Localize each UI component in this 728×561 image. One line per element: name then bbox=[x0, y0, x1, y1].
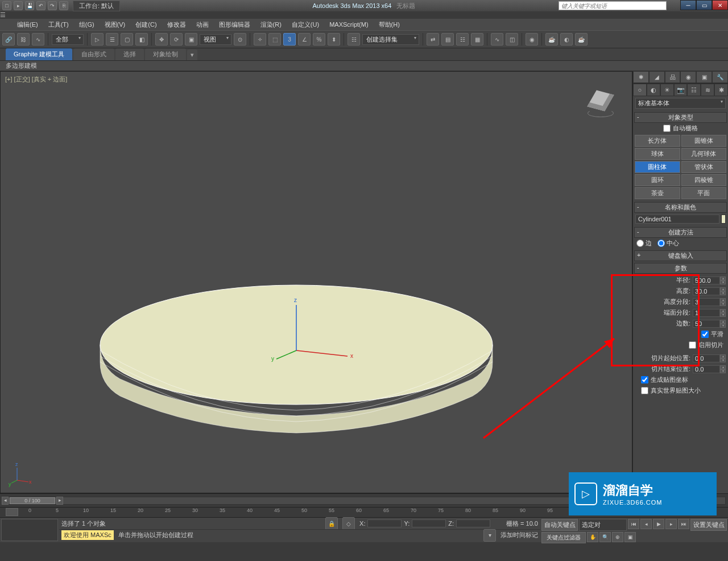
schematic-icon[interactable]: ◫ bbox=[506, 33, 518, 46]
bind-tool-icon[interactable]: ∿ bbox=[32, 33, 44, 46]
maximize-button[interactable]: ▭ bbox=[696, 0, 712, 10]
menu-view[interactable]: 视图(V) bbox=[105, 20, 126, 29]
material-editor-icon[interactable]: ◉ bbox=[526, 33, 538, 46]
ribbon-tab-select[interactable]: 选择 bbox=[115, 48, 144, 60]
ref-coord-dropdown[interactable]: 视图 bbox=[200, 34, 231, 45]
select-tool-icon[interactable]: ▷ bbox=[91, 33, 104, 46]
render-icon[interactable]: ☕ bbox=[575, 33, 588, 46]
height-input[interactable] bbox=[693, 287, 720, 295]
create-tab-icon[interactable]: ✱ bbox=[633, 71, 649, 83]
script-listener[interactable] bbox=[1, 519, 58, 541]
z-coord-input[interactable] bbox=[456, 519, 490, 527]
display-tab-icon[interactable]: ▣ bbox=[696, 71, 712, 83]
selection-filter-dropdown[interactable]: 全部 bbox=[52, 34, 84, 45]
lights-subtab-icon[interactable]: ☀ bbox=[660, 84, 674, 96]
slice-to-input[interactable] bbox=[693, 365, 720, 373]
pyramid-button[interactable]: 四棱锥 bbox=[681, 174, 727, 186]
ribbon-tab-freeform[interactable]: 自由形式 bbox=[73, 48, 114, 60]
menu-tools[interactable]: 工具(T) bbox=[48, 20, 69, 29]
prev-frame-icon[interactable]: ◂ bbox=[640, 519, 652, 529]
keymode-icon[interactable]: ⬚ bbox=[268, 33, 281, 46]
heightseg-input[interactable] bbox=[693, 298, 720, 306]
shapes-subtab-icon[interactable]: ◐ bbox=[647, 84, 660, 96]
menu-modifier[interactable]: 修改器 bbox=[167, 20, 186, 29]
menu-group[interactable]: 组(G) bbox=[79, 20, 94, 29]
ribbon-tab-paint[interactable]: 对象绘制 bbox=[145, 48, 186, 60]
curve-editor-icon[interactable]: ∿ bbox=[491, 33, 503, 46]
keyfilter-button[interactable]: 关键点过滤器 bbox=[541, 532, 586, 543]
object-type-rollout[interactable]: -对象类型 bbox=[634, 112, 727, 123]
radius-up[interactable]: ▴ bbox=[720, 277, 726, 280]
teapot-button[interactable]: 茶壶 bbox=[635, 187, 680, 199]
viewport-label[interactable]: [+] [正交] [真实 + 边面] bbox=[5, 75, 67, 84]
sides-input[interactable] bbox=[693, 320, 720, 328]
link-tool-icon[interactable]: 🔗 bbox=[2, 33, 15, 46]
mirror-icon[interactable]: ⇄ bbox=[427, 33, 439, 46]
slice-from-input[interactable] bbox=[693, 354, 720, 362]
setkey-button[interactable]: 设置关键点 bbox=[690, 519, 727, 531]
close-button[interactable]: ✕ bbox=[712, 0, 728, 10]
sphere-button[interactable]: 球体 bbox=[635, 148, 680, 160]
create-method-rollout[interactable]: -创建方法 bbox=[634, 227, 727, 238]
real-world-checkbox[interactable] bbox=[641, 387, 648, 394]
autokey-button[interactable]: 自动关键点 bbox=[541, 519, 578, 531]
cylinder-button[interactable]: 圆柱体 bbox=[635, 161, 680, 173]
menu-render[interactable]: 渲染(R) bbox=[260, 20, 282, 29]
help-search-input[interactable] bbox=[559, 1, 667, 10]
tube-button[interactable]: 管状体 bbox=[681, 161, 727, 173]
polymodel-label[interactable]: 多边形建模 bbox=[6, 61, 37, 70]
redo-icon[interactable]: ↷ bbox=[48, 1, 57, 10]
layers-icon[interactable]: ☷ bbox=[456, 33, 469, 46]
select-name-icon[interactable]: ☰ bbox=[106, 33, 118, 46]
menu-create[interactable]: 创建(C) bbox=[135, 20, 156, 29]
new-icon[interactable]: □ bbox=[2, 1, 11, 10]
time-handle[interactable]: 0 / 100 bbox=[10, 497, 55, 504]
track-toggle-icon[interactable] bbox=[6, 508, 18, 516]
params-rollout[interactable]: -参数 bbox=[634, 263, 727, 274]
save-icon[interactable]: 💾 bbox=[25, 1, 34, 10]
iso-icon[interactable]: ◇ bbox=[342, 517, 355, 530]
app-logo-icon[interactable]: ☰ bbox=[0, 11, 728, 19]
play-icon[interactable]: ▶ bbox=[653, 519, 664, 529]
link-icon[interactable]: ⎘ bbox=[59, 1, 68, 10]
spinner-snap-icon[interactable]: ⬍ bbox=[328, 33, 340, 46]
radius-input[interactable] bbox=[693, 277, 720, 284]
systems-subtab-icon[interactable]: ✱ bbox=[714, 84, 728, 96]
color-swatch[interactable] bbox=[721, 214, 726, 224]
window-crossing-icon[interactable]: ◧ bbox=[135, 33, 148, 46]
minimize-button[interactable]: ─ bbox=[680, 0, 696, 10]
goto-end-icon[interactable]: ⏭ bbox=[678, 519, 689, 529]
keyboard-rollout[interactable]: +键盘输入 bbox=[634, 250, 727, 261]
modify-tab-icon[interactable]: ◢ bbox=[649, 71, 665, 83]
align-icon[interactable]: ▤ bbox=[441, 33, 454, 46]
menu-anim[interactable]: 动画 bbox=[196, 20, 209, 29]
category-dropdown[interactable]: 标准基本体 bbox=[635, 98, 726, 109]
rect-select-icon[interactable]: ▢ bbox=[121, 33, 133, 46]
menu-custom[interactable]: 自定义(U) bbox=[292, 20, 319, 29]
named-selset-dropdown[interactable]: 创建选择集 bbox=[362, 34, 419, 45]
center-radio[interactable] bbox=[657, 240, 665, 247]
ribbon-expand-icon[interactable]: ▾ bbox=[187, 50, 197, 60]
cone-button[interactable]: 圆锥体 bbox=[681, 135, 727, 147]
render-setup-icon[interactable]: ☕ bbox=[545, 33, 558, 46]
menu-edit[interactable]: 编辑(E) bbox=[17, 20, 38, 29]
unlink-tool-icon[interactable]: ⛓ bbox=[17, 33, 30, 46]
add-time-tag[interactable]: 添加时间标记 bbox=[500, 531, 538, 539]
scene-explorer-icon[interactable]: ▦ bbox=[471, 33, 483, 46]
selset-field[interactable] bbox=[579, 519, 627, 531]
x-coord-input[interactable] bbox=[367, 519, 402, 527]
scale-tool-icon[interactable]: ▣ bbox=[185, 33, 197, 46]
object-name-input[interactable] bbox=[635, 214, 719, 224]
utilities-tab-icon[interactable]: 🔧 bbox=[712, 71, 728, 83]
nav-orbit-icon[interactable]: ⊕ bbox=[612, 532, 623, 542]
timeslider-prev-button[interactable]: ◂ bbox=[2, 497, 9, 505]
move-tool-icon[interactable]: ✥ bbox=[155, 33, 168, 46]
open-icon[interactable]: ▸ bbox=[14, 1, 23, 10]
box-button[interactable]: 长方体 bbox=[635, 135, 680, 147]
spacewarps-subtab-icon[interactable]: ≋ bbox=[701, 84, 714, 96]
ribbon-tab-graphite[interactable]: Graphite 建模工具 bbox=[6, 48, 72, 60]
menu-help[interactable]: 帮助(H) bbox=[379, 20, 400, 29]
menu-grapheditor[interactable]: 图形编辑器 bbox=[219, 20, 250, 29]
auto-grid-checkbox[interactable] bbox=[663, 125, 671, 132]
snap-toggle-icon[interactable]: 3 bbox=[283, 33, 296, 46]
